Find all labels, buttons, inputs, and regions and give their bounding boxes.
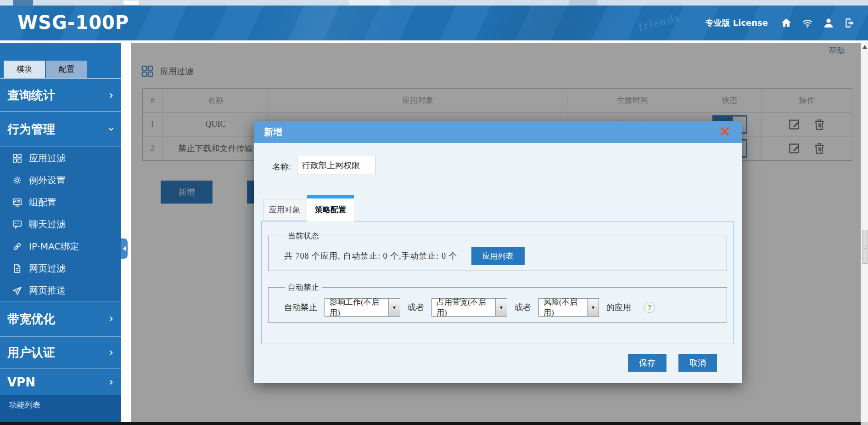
bandwidth-select[interactable]: 占用带宽(不启用) ▼ (431, 298, 507, 317)
chevron-right-icon (107, 349, 115, 357)
chevron-down-icon (107, 125, 115, 133)
wifi-icon[interactable] (801, 17, 814, 29)
work-impact-select[interactable]: 影响工作(不启用) ▼ (325, 298, 400, 317)
sidebar-item-exceptions[interactable]: 例外设置 (0, 169, 121, 191)
risk-select[interactable]: 风险(不启用) ▼ (538, 298, 599, 317)
chevron-right-icon (107, 378, 115, 386)
sidebar-item-label: 带宽优化 (0, 311, 55, 327)
scrollbar-corner (861, 422, 868, 425)
send-icon (12, 285, 22, 296)
work-impact-select-value: 影响工作(不启用) (325, 299, 388, 316)
keyboard-watermark: friends (637, 11, 682, 34)
help-icon[interactable]: ? (644, 302, 655, 313)
chevron-right-icon (107, 91, 115, 100)
sidebar-collapse-handle[interactable] (121, 238, 128, 259)
sidebar-item-web-filter[interactable]: 网页过滤 (0, 257, 121, 279)
sidebar-item-label: 用户认证 (0, 345, 55, 361)
sidebar-item-label: 查询统计 (0, 87, 55, 103)
sidebar-item-ip-mac-binding[interactable]: IP-MAC绑定 (0, 235, 121, 257)
sidebar-item-bandwidth[interactable]: 带宽优化 (0, 301, 121, 337)
page: friends WSG-100P 专业版 License 模块 配置 (0, 0, 868, 425)
sidebar: 模块 配置 查询统计 行为管理 应用过滤 (0, 43, 121, 422)
name-input[interactable] (297, 156, 376, 175)
sidebar-footer-function-list[interactable]: 功能列表 (0, 395, 121, 422)
current-status-group: 当前状态 共 708 个应用, 自动禁止: 0 个,手动禁止: 0 个 应用列表 (268, 231, 727, 271)
sidebar-item-vpn[interactable]: VPN (0, 369, 121, 395)
auto-forbid-group: 自动禁止 自动禁止 影响工作(不启用) ▼ 或者 占用带宽(不启用) ▼ 或者 … (268, 282, 727, 323)
page-scrollbar[interactable] (861, 43, 868, 422)
sidebar-item-label: 行为管理 (0, 121, 55, 137)
logout-icon[interactable] (843, 17, 856, 29)
dialog-header: 新增 (254, 121, 742, 143)
keyboard-key-decor (13, 0, 33, 6)
grid-icon (12, 153, 22, 164)
close-icon[interactable] (720, 126, 731, 137)
tabs-underline (0, 78, 121, 79)
current-status-legend: 当前状态 (285, 231, 322, 241)
bandwidth-select-value: 占用带宽(不启用) (432, 299, 495, 316)
behavior-submenu: 应用过滤 例外设置 组配置 聊天过滤 (0, 147, 121, 301)
keyboard-key-decor (569, 0, 597, 6)
chevron-left-icon (123, 246, 126, 251)
sidebar-item-label: 网页过滤 (29, 262, 66, 275)
license-label: 专业版 License (705, 17, 768, 28)
chevron-down-icon: ▼ (587, 299, 599, 316)
policy-config-panel: 当前状态 共 708 个应用, 自动禁止: 0 个,手动禁止: 0 个 应用列表… (261, 221, 734, 344)
sidebar-item-label: VPN (0, 375, 35, 389)
sidebar-item-group-config[interactable]: 组配置 (0, 191, 121, 213)
sidebar-item-web-push[interactable]: 网页推送 (0, 279, 121, 301)
group-icon (12, 197, 22, 208)
header-actions: 专业版 License (705, 6, 856, 40)
home-icon[interactable] (780, 17, 793, 29)
sidebar-item-label: IP-MAC绑定 (29, 240, 79, 253)
app-list-button[interactable]: 应用列表 (471, 247, 525, 265)
app-logo: WSG-100P (17, 12, 129, 33)
sidebar-item-user-auth[interactable]: 用户认证 (0, 337, 121, 369)
auto-forbid-legend: 自动禁止 (285, 282, 322, 293)
sidebar-item-label: 网页推送 (29, 284, 66, 297)
user-icon[interactable] (822, 17, 835, 29)
sidebar-item-chat-filter[interactable]: 聊天过滤 (0, 213, 121, 235)
sidebar-item-app-filter[interactable]: 应用过滤 (0, 147, 121, 169)
scroll-up-button[interactable] (861, 43, 868, 51)
name-label: 名称: (272, 161, 291, 172)
or-label: 或者 (515, 302, 531, 313)
link-icon (12, 241, 22, 252)
dialog-title: 新增 (264, 126, 282, 138)
sidebar-item-label: 聊天过滤 (29, 218, 66, 231)
section-divider (264, 190, 732, 190)
app-header: friends WSG-100P 专业版 License (0, 6, 868, 40)
sidebar-tab-modules[interactable]: 模块 (4, 61, 45, 78)
chevron-down-icon: ▼ (388, 299, 400, 316)
or-label: 或者 (408, 302, 424, 313)
keyboard-photo-strip (0, 0, 868, 6)
keyboard-key-decor (123, 0, 140, 6)
sidebar-item-query-stats[interactable]: 查询统计 (0, 79, 121, 112)
sidebar-tab-config[interactable]: 配置 (46, 61, 87, 78)
tab-policy-config[interactable]: 策略配置 (307, 195, 354, 221)
risk-select-value: 风险(不启用) (539, 299, 587, 316)
chevron-right-icon (107, 315, 115, 323)
window-bottom-edge (0, 422, 861, 425)
chat-icon (12, 219, 22, 230)
add-dialog: 新增 名称: 应用对象 策略配置 当前状态 共 708 个应用, 自动禁止: 0… (254, 121, 742, 383)
app-count-summary: 共 708 个应用, 自动禁止: 0 个,手动禁止: 0 个 (284, 250, 458, 261)
sidebar-item-label: 组配置 (29, 196, 56, 209)
page-icon (12, 263, 22, 274)
keyboard-key-decor (349, 0, 390, 6)
cancel-button[interactable]: 取消 (678, 354, 717, 372)
sidebar-item-label: 例外设置 (29, 174, 66, 187)
sidebar-item-behavior-mgmt[interactable]: 行为管理 (0, 112, 121, 147)
tab-app-target[interactable]: 应用对象 (263, 199, 306, 221)
auto-forbid-label: 自动禁止 (284, 302, 317, 313)
apps-suffix-label: 的应用 (606, 302, 631, 313)
save-button[interactable]: 保存 (628, 354, 666, 372)
chevron-down-icon: ▼ (495, 299, 507, 316)
scrollbar-thumb[interactable] (862, 230, 868, 264)
gear-icon (12, 175, 22, 186)
sidebar-item-label: 应用过滤 (29, 152, 66, 164)
